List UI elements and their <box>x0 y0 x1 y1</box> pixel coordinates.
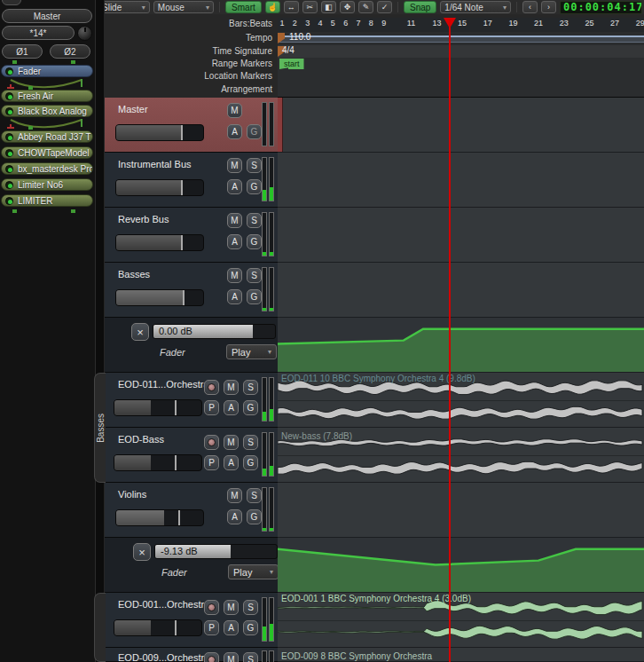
group-button[interactable]: G <box>247 124 262 139</box>
cut-tool-icon[interactable]: ✂ <box>302 1 318 13</box>
master-route-button[interactable]: Master <box>2 9 92 23</box>
mute-button[interactable]: M <box>227 103 242 118</box>
automation-value-slider[interactable]: -9.13 dB <box>154 544 278 559</box>
mute-button[interactable]: M <box>224 380 239 395</box>
group-button[interactable]: G <box>243 620 258 635</box>
record-arm-button[interactable] <box>204 435 219 450</box>
track-header-basses[interactable]: Basses M S A G <box>105 263 278 318</box>
group-button[interactable]: G <box>243 400 258 415</box>
remove-lane-button[interactable]: × <box>133 543 151 561</box>
track-header-reverb-bus[interactable]: Reverb Bus M S A G <box>105 208 278 263</box>
group-button[interactable]: G <box>243 455 258 470</box>
time-signature-ruler[interactable]: 4/4 <box>278 45 644 58</box>
mute-button[interactable]: M <box>227 268 242 283</box>
ruler-label-bars-beats[interactable]: Bars:Beats <box>105 18 278 32</box>
input-monitor-button[interactable]: P <box>204 620 219 635</box>
track-header-master[interactable]: Master M A G <box>105 98 278 153</box>
master-track-lane[interactable] <box>278 98 644 153</box>
ruler-label-tempo[interactable]: Tempo <box>105 32 278 45</box>
automation-value-slider[interactable]: 0.00 dB <box>153 324 276 339</box>
solo-button[interactable]: S <box>243 380 258 395</box>
bars-ruler[interactable]: 12345678911131517192123252729 <box>278 18 644 32</box>
track-header-eod-009[interactable]: EOD-009...Orchestra M S <box>105 648 278 662</box>
tempo-ruler[interactable]: 110.0 <box>278 32 644 45</box>
remove-lane-button[interactable]: × <box>131 323 149 341</box>
automation-mode-dropdown[interactable]: Play ▾ <box>226 344 277 359</box>
arrangement-ruler[interactable] <box>278 83 644 98</box>
mute-button[interactable]: M <box>224 600 239 615</box>
solo-button[interactable]: S <box>247 488 262 503</box>
plugin-black-box-analog[interactable]: Black Box Analog <box>1 105 93 117</box>
plugin-fader[interactable]: Fader <box>1 65 93 77</box>
eod-001-region[interactable]: EOD-001 1 BBC Symphony Orchestra 4 (3.0d… <box>278 593 644 648</box>
eod-009-region[interactable]: EOD-009 8 BBC Symphony Orchestra <box>278 648 644 662</box>
edit-tool-icon[interactable]: ✓ <box>377 1 392 13</box>
instrumental-bus-lane[interactable] <box>278 153 644 208</box>
snap-toggle-button[interactable]: Snap <box>404 1 436 13</box>
phase-1-button[interactable]: Ø1 <box>2 44 43 59</box>
gain-fader[interactable] <box>115 124 204 141</box>
violins-automation-lane[interactable] <box>278 538 644 593</box>
range-marker-start[interactable]: start <box>279 59 304 69</box>
slide-mode-dropdown[interactable]: Slide ▾ <box>98 1 150 13</box>
plugin-active-led[interactable] <box>5 107 13 115</box>
grab-hand-tool-icon[interactable]: ☝ <box>265 1 280 13</box>
plugin-abbey-road-j37[interactable]: Abbey Road J37 T <box>1 130 93 143</box>
group-button[interactable]: G <box>247 509 262 524</box>
mute-button[interactable]: M <box>227 158 242 173</box>
plugin-fresh-air[interactable]: Fresh Air <box>1 90 93 102</box>
track-header-violins[interactable]: Violins M S A G <box>105 483 278 538</box>
track-name[interactable]: EOD-011...Orchestra <box>118 379 209 390</box>
transport-clock[interactable]: 00:00:04:17 <box>560 1 642 14</box>
solo-button[interactable]: S <box>243 600 258 615</box>
automation-button[interactable]: A <box>227 234 242 249</box>
ruler-label-arrangement[interactable]: Arrangement <box>105 83 278 98</box>
track-header-eod-011[interactable]: EOD-011...Orchestra M S P A G <box>105 373 278 428</box>
mouse-mode-dropdown[interactable]: Mouse ▾ <box>153 1 214 13</box>
smart-mode-button[interactable]: Smart <box>225 1 262 13</box>
ruler-label-location-markers[interactable]: Location Markers <box>105 70 278 83</box>
track-name[interactable]: Reverb Bus <box>118 214 169 225</box>
eod-011-region[interactable]: EOD-011 10 BBC Symphony Orchestra 4 (9.8… <box>278 373 644 428</box>
move-tool-icon[interactable]: ✥ <box>340 1 355 13</box>
plugin-active-led[interactable] <box>5 67 13 75</box>
automation-button[interactable]: A <box>224 400 239 415</box>
nudge-back-button[interactable]: ‹ <box>522 1 538 13</box>
gain-fader[interactable] <box>115 509 204 526</box>
automation-button[interactable]: A <box>227 124 242 139</box>
group-tab-basses[interactable]: Basses <box>94 373 106 483</box>
gain-fader[interactable] <box>114 399 202 416</box>
track-name[interactable]: EOD-001...Orchestra <box>118 599 209 610</box>
automation-curve[interactable] <box>278 538 644 592</box>
basses-automation-lane[interactable] <box>278 318 644 373</box>
phase-2-button[interactable]: Ø2 <box>50 44 90 59</box>
plugin-chowtapemodel[interactable]: CHOWTapeModel <box>1 146 93 159</box>
gain-fader[interactable] <box>115 179 204 196</box>
playhead[interactable] <box>444 18 457 662</box>
track-name[interactable]: Basses <box>118 269 150 280</box>
record-arm-button[interactable] <box>204 652 219 662</box>
solo-button[interactable]: S <box>247 158 262 173</box>
plugin-active-led[interactable] <box>5 181 13 189</box>
automation-button[interactable]: A <box>224 455 239 470</box>
automation-lane-header-basses[interactable]: × 0.00 dB Fader Play ▾ <box>105 318 278 373</box>
track-name[interactable]: Master <box>118 104 148 114</box>
group-button[interactable]: G <box>247 179 262 194</box>
group-tab[interactable] <box>94 593 106 662</box>
panel-divider[interactable] <box>96 0 105 662</box>
track-name[interactable]: Violins <box>118 489 146 500</box>
input-monitor-button[interactable]: P <box>204 455 219 470</box>
automation-button[interactable]: A <box>227 179 242 194</box>
track-name[interactable]: Instrumental Bus <box>118 159 192 169</box>
trim-knob[interactable] <box>77 26 92 41</box>
gain-fader[interactable] <box>115 234 204 251</box>
mute-button[interactable]: M <box>227 488 242 503</box>
solo-button[interactable]: S <box>247 213 262 228</box>
gain-fader[interactable] <box>114 619 202 636</box>
range-markers-ruler[interactable]: start <box>278 58 644 70</box>
input-monitor-button[interactable]: P <box>204 400 219 415</box>
snap-unit-dropdown[interactable]: 1/64 Note ▾ <box>440 1 511 13</box>
location-markers-ruler[interactable] <box>278 70 644 83</box>
track-name[interactable]: EOD-Bass <box>118 434 164 445</box>
gain-fader[interactable] <box>114 454 202 471</box>
